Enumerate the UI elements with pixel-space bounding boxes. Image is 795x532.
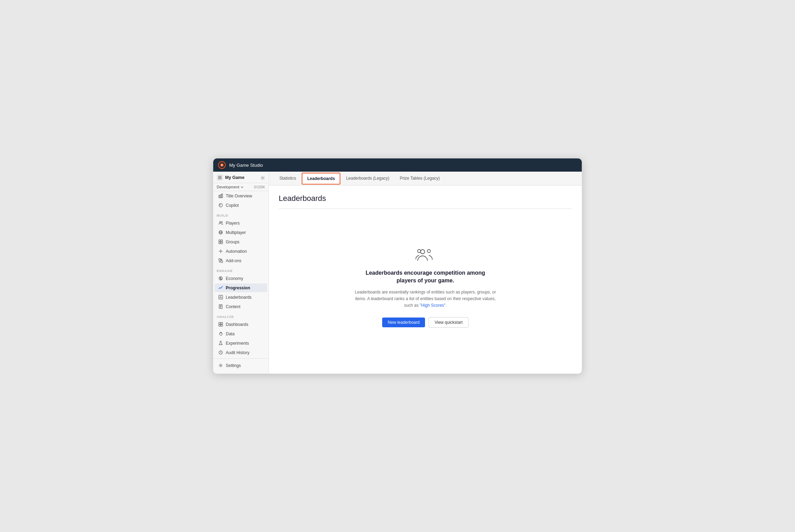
svg-rect-13 bbox=[219, 240, 221, 242]
svg-point-29 bbox=[220, 365, 222, 366]
sidebar-item-players[interactable]: Players bbox=[215, 219, 267, 227]
sidebar-item-multiplayer[interactable]: Multiplayer bbox=[215, 228, 267, 237]
tab-bar: Statistics Leaderboards Leaderboards (Le… bbox=[269, 172, 582, 186]
empty-state-description: Leaderboards are essentially rankings of… bbox=[352, 289, 499, 309]
studio-name: My Game Studio bbox=[229, 163, 263, 168]
svg-rect-6 bbox=[220, 195, 221, 198]
environment-count: 0/100K bbox=[254, 185, 265, 189]
svg-rect-3 bbox=[218, 176, 222, 179]
settings-icon bbox=[218, 363, 223, 368]
game-icon bbox=[217, 174, 223, 181]
economy-icon bbox=[218, 276, 223, 281]
empty-state: Leaderboards encourage competition among… bbox=[279, 209, 572, 365]
svg-rect-26 bbox=[221, 324, 223, 326]
progression-icon bbox=[218, 285, 223, 290]
dashboards-icon bbox=[218, 322, 223, 327]
section-build-label: BUILD bbox=[213, 210, 269, 218]
sidebar-item-copilot[interactable]: Copilot bbox=[215, 201, 267, 210]
sidebar-item-data[interactable]: Data bbox=[215, 329, 267, 338]
experiments-icon bbox=[218, 341, 223, 346]
sidebar-item-groups[interactable]: Groups bbox=[215, 237, 267, 246]
svg-point-31 bbox=[427, 250, 431, 253]
section-analyze-label: ANALYZE bbox=[213, 311, 269, 320]
svg-rect-24 bbox=[221, 322, 223, 324]
environment-label: Development bbox=[217, 185, 244, 189]
svg-rect-25 bbox=[219, 324, 221, 326]
empty-state-actions: New leaderboard View quickstart bbox=[382, 317, 469, 328]
sidebar-item-title-overview[interactable]: Title Overview bbox=[215, 191, 267, 200]
sidebar-item-progression[interactable]: Progression bbox=[215, 283, 267, 292]
audit-icon bbox=[218, 350, 223, 355]
content-area: Statistics Leaderboards Leaderboards (Le… bbox=[269, 172, 582, 374]
svg-point-27 bbox=[219, 332, 222, 335]
svg-point-9 bbox=[219, 221, 221, 223]
content-icon bbox=[218, 304, 223, 309]
svg-point-2 bbox=[221, 164, 223, 166]
svg-point-30 bbox=[420, 250, 425, 254]
sidebar-item-experiments[interactable]: Experiments bbox=[215, 339, 267, 347]
section-engage-label: ENGAGE bbox=[213, 265, 269, 274]
svg-rect-19 bbox=[221, 261, 223, 263]
svg-point-10 bbox=[222, 222, 223, 223]
new-leaderboard-button[interactable]: New leaderboard bbox=[382, 318, 425, 327]
svg-rect-16 bbox=[221, 242, 223, 244]
tab-leaderboards[interactable]: Leaderboards bbox=[302, 173, 340, 185]
svg-rect-5 bbox=[219, 195, 220, 198]
sidebar-item-settings[interactable]: Settings bbox=[215, 361, 267, 370]
svg-point-17 bbox=[220, 251, 222, 252]
topbar: My Game Studio bbox=[213, 158, 582, 172]
page-title: Leaderboards bbox=[279, 194, 572, 203]
svg-rect-18 bbox=[219, 259, 221, 260]
game-settings-icon[interactable] bbox=[260, 175, 265, 180]
svg-rect-15 bbox=[219, 242, 221, 244]
sidebar-item-audit-history[interactable]: Audit History bbox=[215, 348, 267, 357]
tab-leaderboards-legacy[interactable]: Leaderboards (Legacy) bbox=[341, 173, 394, 184]
svg-point-4 bbox=[262, 177, 263, 179]
svg-point-8 bbox=[219, 204, 223, 207]
addons-icon bbox=[218, 258, 223, 263]
svg-rect-14 bbox=[221, 240, 223, 242]
sidebar: My Game Development 0/100K bbox=[213, 172, 269, 374]
svg-rect-23 bbox=[219, 322, 221, 324]
data-icon bbox=[218, 331, 223, 336]
sidebar-header: My Game bbox=[213, 172, 269, 183]
automation-icon bbox=[218, 249, 223, 254]
tab-prize-tables-legacy[interactable]: Prize Tables (Legacy) bbox=[395, 173, 445, 184]
sidebar-item-content[interactable]: Content bbox=[215, 302, 267, 311]
sidebar-item-add-ons[interactable]: Add-ons bbox=[215, 256, 267, 265]
globe-icon bbox=[218, 230, 223, 235]
sidebar-item-economy[interactable]: Economy bbox=[215, 274, 267, 283]
page-content: Leaderboards bbox=[269, 186, 582, 374]
tab-statistics[interactable]: Statistics bbox=[275, 173, 301, 184]
players-icon bbox=[218, 220, 223, 226]
chart-icon bbox=[218, 193, 223, 198]
empty-state-title: Leaderboards encourage competition among… bbox=[359, 269, 492, 285]
svg-rect-7 bbox=[222, 194, 223, 198]
sidebar-item-leaderboards[interactable]: Leaderboards bbox=[215, 293, 267, 302]
leaderboards-icon bbox=[218, 295, 223, 300]
svg-point-32 bbox=[418, 250, 421, 253]
sidebar-item-dashboards[interactable]: Dashboards bbox=[215, 320, 267, 329]
view-quickstart-button[interactable]: View quickstart bbox=[429, 317, 468, 328]
groups-icon bbox=[218, 239, 223, 244]
copilot-icon bbox=[218, 203, 223, 208]
sidebar-item-automation[interactable]: Automation bbox=[215, 247, 267, 256]
logo-icon bbox=[218, 161, 226, 169]
empty-state-icon bbox=[416, 247, 435, 263]
game-name: My Game bbox=[217, 174, 245, 181]
environment-bar[interactable]: Development 0/100K bbox=[213, 183, 269, 191]
